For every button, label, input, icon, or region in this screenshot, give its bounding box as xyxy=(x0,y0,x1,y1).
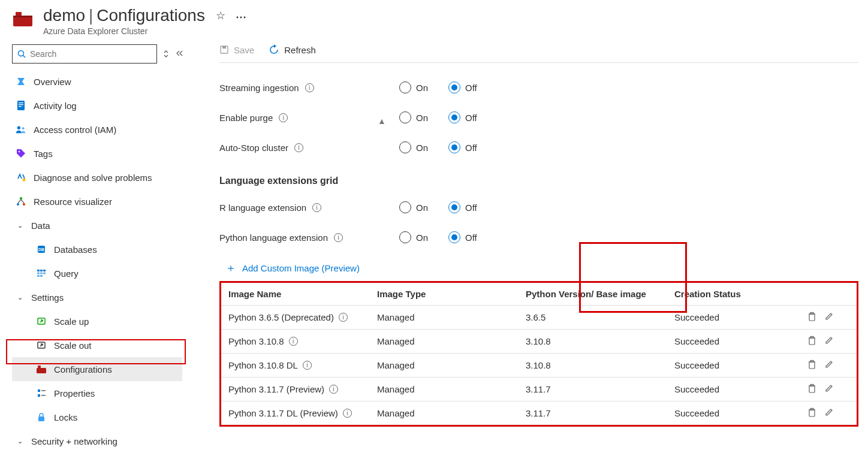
radio-off[interactable]: Off xyxy=(448,201,477,213)
chevron-down-icon: ⌄ xyxy=(16,437,24,445)
diagnose-icon xyxy=(16,172,26,183)
edit-icon[interactable] xyxy=(825,360,834,371)
section-language-extensions: Language extensions grid xyxy=(219,176,858,186)
radio-on[interactable]: On xyxy=(399,111,428,123)
radio-on[interactable]: On xyxy=(399,231,428,243)
refresh-button[interactable]: Refresh xyxy=(269,44,316,55)
refresh-icon xyxy=(269,44,279,55)
radio-on[interactable]: On xyxy=(399,141,428,153)
toolbar: Save Refresh xyxy=(219,40,858,63)
svg-point-5 xyxy=(243,17,245,19)
table-row: Python 3.11.7 DL (Preview)iManaged3.11.7… xyxy=(221,401,857,425)
sidebar-section-settings[interactable]: ⌄ Settings xyxy=(12,285,182,309)
sidebar-section-data[interactable]: ⌄ Data xyxy=(12,213,182,237)
setting-enable-purge: Enable purgei On Off xyxy=(219,102,858,132)
svg-rect-24 xyxy=(37,273,40,274)
search-icon xyxy=(17,50,26,59)
save-button[interactable]: Save xyxy=(219,45,254,55)
svg-point-3 xyxy=(236,17,238,19)
expand-icon[interactable] xyxy=(163,50,169,58)
svg-rect-49 xyxy=(809,386,815,392)
edit-icon[interactable] xyxy=(825,384,834,395)
image-table: Image Name Image Type Python Version/ Ba… xyxy=(219,281,858,427)
svg-point-13 xyxy=(22,127,25,129)
info-icon[interactable]: i xyxy=(329,385,338,394)
radio-on[interactable]: On xyxy=(399,201,428,213)
favorite-icon[interactable]: ☆ xyxy=(216,9,225,22)
sidebar-item-scale-up[interactable]: Scale up xyxy=(12,309,182,333)
table-row: Python 3.10.8iManaged3.10.8Succeeded xyxy=(221,329,857,353)
sidebar-item-access-control[interactable]: Access control (IAM) xyxy=(12,117,182,141)
delete-icon[interactable] xyxy=(807,360,816,371)
info-icon[interactable]: i xyxy=(343,409,352,418)
more-icon[interactable] xyxy=(236,11,246,20)
sidebar-item-locks[interactable]: Locks xyxy=(12,405,182,429)
svg-rect-23 xyxy=(43,270,46,271)
info-icon[interactable]: i xyxy=(279,113,288,122)
delete-icon[interactable] xyxy=(807,384,816,395)
scroll-up-icon: ▲ xyxy=(378,116,386,126)
svg-rect-53 xyxy=(810,409,813,410)
delete-icon[interactable] xyxy=(807,336,816,347)
svg-rect-31 xyxy=(37,368,46,373)
edit-icon[interactable] xyxy=(825,312,834,323)
svg-rect-50 xyxy=(810,385,813,386)
info-icon[interactable]: i xyxy=(303,361,312,370)
page-header: demo|Configurations ☆ Azure Data Explore… xyxy=(0,0,868,40)
add-custom-image-button[interactable]: ＋ Add Custom Image (Preview) xyxy=(225,261,858,275)
svg-rect-10 xyxy=(19,104,23,105)
radio-on[interactable]: On xyxy=(399,81,428,93)
info-icon[interactable]: i xyxy=(289,337,298,346)
sidebar-item-query[interactable]: Query xyxy=(12,261,182,285)
svg-rect-39 xyxy=(222,46,226,49)
svg-rect-47 xyxy=(810,361,813,362)
cluster-icon xyxy=(12,10,34,28)
info-icon[interactable]: i xyxy=(339,313,348,322)
svg-point-6 xyxy=(19,50,24,56)
page-title: demo|Configurations xyxy=(43,6,205,25)
sidebar-item-resource-visualizer[interactable]: Resource visualizer xyxy=(12,189,182,213)
sidebar-item-overview[interactable]: Overview xyxy=(12,70,182,93)
sidebar-item-activity-log[interactable]: Activity log xyxy=(12,93,182,117)
sidebar-section-security[interactable]: ⌄ Security + networking xyxy=(12,429,182,453)
sidebar-item-configurations[interactable]: Configurations xyxy=(12,357,182,381)
sidebar-item-tags[interactable]: Tags xyxy=(12,141,182,165)
info-icon[interactable]: i xyxy=(305,83,314,92)
sidebar-item-databases[interactable]: DB Databases xyxy=(12,237,182,261)
sidebar-nav: Overview Activity log Access control (IA… xyxy=(12,70,183,453)
sidebar-item-diagnose[interactable]: Diagnose and solve problems xyxy=(12,165,182,189)
setting-autostop: Auto-Stop clusteri On Off xyxy=(219,132,858,162)
edit-icon[interactable] xyxy=(825,336,834,347)
sidebar-item-scale-out[interactable]: Scale out xyxy=(12,333,182,357)
collapse-icon[interactable] xyxy=(175,49,183,59)
svg-rect-46 xyxy=(809,362,815,369)
search-box[interactable] xyxy=(12,44,157,64)
sidebar-item-properties[interactable]: Properties xyxy=(12,381,182,405)
save-icon xyxy=(219,45,229,55)
info-icon[interactable]: i xyxy=(294,143,303,152)
main-content: ▲ Save Refresh Streaming ingestioni On O… xyxy=(186,40,868,461)
info-icon[interactable]: i xyxy=(334,233,343,242)
search-input[interactable] xyxy=(30,49,152,59)
delete-icon[interactable] xyxy=(807,407,816,419)
table-row: Python 3.10.8 DLiManaged3.10.8Succeeded xyxy=(221,353,857,377)
edit-icon[interactable] xyxy=(825,407,834,419)
svg-rect-27 xyxy=(37,275,40,277)
people-icon xyxy=(16,124,26,135)
sidebar: Overview Activity log Access control (IA… xyxy=(0,40,186,461)
svg-rect-32 xyxy=(38,366,41,368)
radio-off[interactable]: Off xyxy=(448,141,477,153)
delete-icon[interactable] xyxy=(807,312,816,323)
svg-rect-43 xyxy=(809,338,815,345)
activity-log-icon xyxy=(16,100,26,111)
radio-off[interactable]: Off xyxy=(448,111,477,123)
svg-rect-36 xyxy=(41,395,46,396)
svg-rect-25 xyxy=(40,273,43,274)
visualizer-icon xyxy=(16,196,26,207)
radio-off[interactable]: Off xyxy=(448,81,477,93)
info-icon[interactable]: i xyxy=(312,203,321,212)
svg-text:DB: DB xyxy=(38,247,44,252)
svg-point-16 xyxy=(20,197,22,200)
radio-off[interactable]: Off xyxy=(448,231,477,243)
scale-out-icon xyxy=(36,340,47,351)
